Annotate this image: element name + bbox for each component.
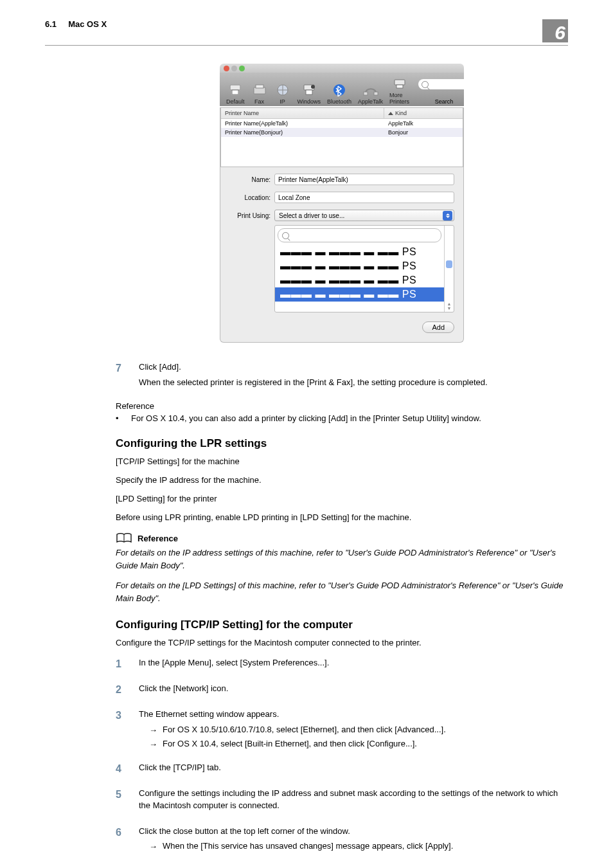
col-printer-name[interactable]: Printer Name <box>221 108 384 118</box>
svg-rect-9 <box>364 92 368 95</box>
chapter-number: 6 <box>555 23 565 42</box>
bullet-icon: • <box>116 413 121 423</box>
step-number: 5 <box>116 787 127 802</box>
toolbar-default[interactable]: Default <box>225 83 246 105</box>
svg-rect-11 <box>395 80 405 85</box>
zoom-dot[interactable] <box>239 66 245 71</box>
step-text: Click the [Network] icon. <box>139 682 568 695</box>
globe-icon <box>274 83 291 97</box>
substep-text: For OS X 10.4, select [Built-in Ethernet… <box>163 737 417 750</box>
step-text: When the selected printer is registered … <box>139 376 568 389</box>
svg-rect-6 <box>306 90 312 95</box>
name-input[interactable] <box>274 174 454 185</box>
reference-book-icon <box>116 532 132 544</box>
reference-text: For details on the [LPD Settings] of thi… <box>116 579 568 604</box>
toolbar-ip[interactable]: IP <box>273 83 292 105</box>
toolbar-search-label: Search <box>435 98 454 105</box>
svg-rect-12 <box>396 85 403 88</box>
add-printer-dialog: Default Fax IP <box>220 64 464 343</box>
step-number: 3 <box>116 708 127 723</box>
search-icon <box>422 81 429 88</box>
arrow-icon: → <box>149 738 157 751</box>
printer-list-row[interactable]: Printer Name(Bonjour) Bonjour <box>221 128 463 137</box>
driver-list-item[interactable]: ▬▬▬ ▬ ▬▬▬ ▬ ▬▬ PS <box>275 273 444 287</box>
printer-icon <box>227 83 244 97</box>
step-text: The Ethernet setting window appears. <box>139 708 568 721</box>
appletalk-icon <box>362 83 379 97</box>
bullet-text: For OS X 10.4, you can also add a printe… <box>131 413 481 423</box>
printusing-label: Print Using: <box>229 212 271 219</box>
window-titlebar <box>220 64 464 73</box>
step-number: 6 <box>116 825 127 840</box>
svg-rect-1 <box>232 90 238 95</box>
minimize-dot[interactable] <box>231 66 237 71</box>
substep-text: For OS X 10.5/10.6/10.7/10.8, select [Et… <box>163 723 446 736</box>
section-number: 6.1 <box>45 19 57 29</box>
step-number: 1 <box>116 656 127 672</box>
step-text: In the [Apple Menu], select [System Pref… <box>139 656 568 669</box>
more-printers-icon <box>391 77 408 91</box>
section-title: Mac OS X <box>68 19 107 29</box>
step-number: 2 <box>116 682 127 698</box>
svg-point-7 <box>311 85 315 89</box>
toolbar-fax[interactable]: Fax <box>250 83 269 105</box>
select-arrows-icon <box>443 211 452 221</box>
header-rule <box>45 45 568 46</box>
body-text: Configure the TCP/IP settings for the Ma… <box>116 638 568 647</box>
location-label: Location: <box>229 194 271 201</box>
scroll-thumb[interactable] <box>446 260 452 268</box>
reference-heading: Reference <box>138 534 178 543</box>
col-kind[interactable]: Kind <box>384 108 463 118</box>
printer-list: Printer Name Kind Printer Name(AppleTalk… <box>220 107 463 167</box>
add-button[interactable]: Add <box>422 321 454 333</box>
driver-scrollbar[interactable]: ▲▼ <box>444 226 454 312</box>
svg-rect-0 <box>230 85 240 90</box>
driver-list-item[interactable]: ▬▬▬ ▬ ▬▬▬ ▬ ▬▬ PS <box>275 245 444 259</box>
body-text: Specify the IP address for the machine. <box>116 475 568 485</box>
search-icon <box>282 232 289 239</box>
location-input[interactable] <box>274 192 454 203</box>
chapter-badge: 6 <box>542 19 568 42</box>
body-text: Before using LPR printing, enable LPD pr… <box>116 512 568 522</box>
driver-list-item-selected[interactable]: ▬▬▬ ▬ ▬▬▬ ▬ ▬▬ PS <box>275 287 444 302</box>
body-text: [TCP/IP Settings] for the machine <box>116 457 568 466</box>
reference-text: For details on the IP address settings o… <box>116 547 568 572</box>
fax-icon <box>251 83 268 97</box>
reference-label: Reference <box>116 401 568 411</box>
name-label: Name: <box>229 176 271 183</box>
step-text: Click [Add]. <box>139 361 568 374</box>
arrow-icon: → <box>149 724 157 737</box>
toolbar-bluetooth[interactable]: Bluetooth <box>326 83 353 105</box>
sort-asc-icon <box>388 112 393 115</box>
step-text: Click the close button at the top left c… <box>139 825 568 838</box>
arrow-icon: → <box>149 840 157 853</box>
driver-search-field[interactable] <box>278 228 441 242</box>
substep-text: When the [This service has unsaved chang… <box>163 840 453 853</box>
toolbar-appletalk[interactable]: AppleTalk <box>357 83 384 105</box>
printusing-select[interactable]: Select a driver to use... <box>274 210 454 221</box>
toolbar-search-field[interactable] <box>418 79 470 89</box>
svg-rect-3 <box>256 85 263 88</box>
svg-rect-10 <box>374 92 378 95</box>
windows-icon <box>301 83 317 97</box>
step-text: Configure the settings including the IP … <box>139 787 568 812</box>
lpr-heading: Configuring the LPR settings <box>116 437 568 450</box>
toolbar-more-printers[interactable]: More Printers <box>388 77 411 105</box>
close-dot[interactable] <box>224 66 229 71</box>
body-text: [LPD Setting] for the printer <box>116 494 568 503</box>
printer-list-row[interactable]: Printer Name(AppleTalk) AppleTalk <box>221 119 463 128</box>
step-number: 7 <box>116 361 127 376</box>
tcpip-heading: Configuring [TCP/IP Setting] for the com… <box>116 619 568 631</box>
step-number: 4 <box>116 761 127 777</box>
dialog-body: Printer Name Kind Printer Name(AppleTalk… <box>220 107 464 343</box>
dialog-toolbar: Default Fax IP <box>220 73 464 106</box>
step-text: Click the [TCP/IP] tab. <box>139 761 568 774</box>
toolbar-windows[interactable]: Windows <box>296 83 323 105</box>
bluetooth-icon <box>331 83 348 97</box>
driver-list-item[interactable]: ▬▬▬ ▬ ▬▬▬ ▬ ▬▬ PS <box>275 259 444 273</box>
header-section: 6.1 Mac OS X <box>45 19 107 29</box>
